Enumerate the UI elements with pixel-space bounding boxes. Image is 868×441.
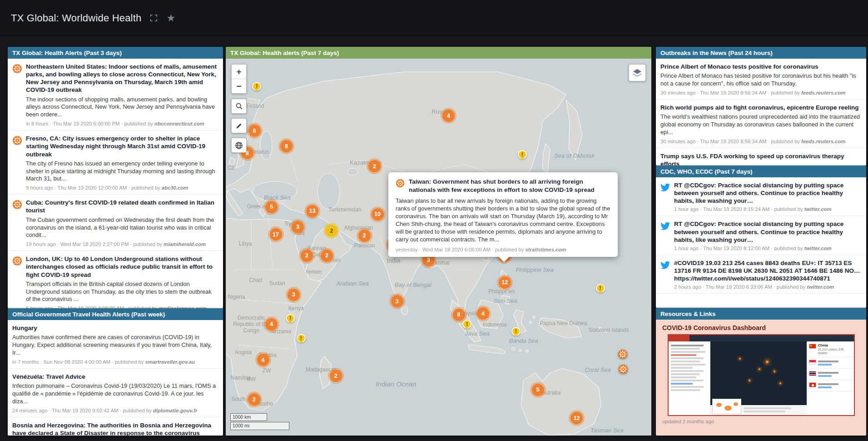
alert-source: twitter.com	[807, 284, 834, 290]
cluster-marker[interactable]: 3	[292, 221, 304, 233]
alert-title: Vénézuéla: Travel Advice	[12, 373, 218, 381]
orgs-tweet-list[interactable]: RT @CDCgov: Practice social distancing b…	[656, 177, 866, 308]
map-layers-button[interactable]	[629, 64, 646, 81]
thumb-country-row	[807, 380, 854, 391]
cluster-marker[interactable]: 2	[301, 250, 313, 262]
tweet-item[interactable]: RT @CDCgov: Practice social distancing b…	[656, 216, 866, 255]
alert-list-item[interactable]: Bosnia and Herzegovina: The authorities …	[8, 417, 223, 436]
panel-orgs: CDC, WHO, ECDC (Past 7 days) RT @CDCgov:…	[656, 165, 866, 308]
cluster-marker[interactable]: 2	[358, 230, 371, 242]
panel-health-alerts-header[interactable]: TX Global: Health Alerts (Past 3 days)	[8, 47, 223, 59]
virus-marker[interactable]	[618, 349, 628, 359]
cluster-marker[interactable]: 10	[372, 208, 384, 220]
alert-meta: in 7 months · Sun Nov 08 2020 4:00:00 AM…	[12, 359, 218, 365]
zoom-out-button[interactable]: −	[232, 79, 246, 93]
cluster-marker[interactable]: 17	[270, 228, 282, 241]
page-title: TX Global: Worldwide Health	[11, 12, 141, 24]
panel-orgs-header[interactable]: CDC, WHO, ECDC (Past 7 days)	[656, 165, 866, 177]
alert-pin-marker[interactable]: !	[297, 334, 306, 343]
popup-meta: yesterday · Wed Mar 18 2020 6:06:00 AM ·…	[396, 247, 610, 252]
virus-icon	[12, 200, 22, 210]
zoom-in-button[interactable]: +	[232, 65, 246, 79]
alert-pin-marker[interactable]: !	[596, 284, 605, 293]
tweet-item[interactable]: #COVID19 19.03 213 254 cases 8843 deaths…	[656, 255, 866, 294]
cluster-marker[interactable]: 4	[442, 110, 455, 122]
alert-pin-marker[interactable]: !	[286, 314, 295, 323]
cluster-marker[interactable]: 3	[288, 289, 300, 301]
alert-body: Prince Albert of Monaco has tested posit…	[660, 72, 861, 88]
alert-pin-marker[interactable]: !	[252, 82, 261, 91]
alert-pin-marker[interactable]: !	[462, 320, 471, 329]
map-popup: Taiwan: Government has shut borders to a…	[388, 172, 618, 257]
scale-mi: 1000 mi	[230, 422, 289, 430]
cluster-marker[interactable]: 4	[265, 318, 278, 331]
alert-list-item[interactable]: Fresno, CA: City issues emergency order …	[8, 130, 223, 195]
panel-travel-alerts: Official Government Travel Health Alerts…	[8, 308, 223, 436]
cluster-marker[interactable]: 2	[330, 370, 342, 382]
alert-title: Trump says U.S. FDA working to speed up …	[660, 152, 861, 165]
alert-list-item[interactable]: Trump says U.S. FDA working to speed up …	[656, 148, 866, 165]
panel-travel-alerts-header[interactable]: Official Government Travel Health Alerts…	[8, 308, 223, 320]
alert-meta: in 8 hours · Thu Mar 19 2020 5:00:00 PM …	[26, 121, 218, 126]
alert-list-item[interactable]: HungaryAuthorities have confirmed there …	[8, 320, 223, 369]
panel-resources-header[interactable]: Resources & Links	[656, 308, 866, 320]
dashboard-link[interactable]: COVID-19 Coronavirus Dashboard	[662, 324, 861, 331]
alert-list-item[interactable]: Cuba: Country's first COVID-19 related d…	[8, 195, 223, 251]
alert-pin-marker[interactable]: !	[518, 150, 527, 159]
alert-list-item[interactable]: Vénézuéla: Travel AdviceInfection pulmon…	[8, 369, 223, 417]
alert-body: Authorities have confirmed there are cas…	[12, 334, 218, 357]
outbreaks-list[interactable]: Prince Albert of Monaco tests positive f…	[656, 59, 866, 165]
health-alerts-list[interactable]: Northeastern United States: Indoor secti…	[8, 59, 223, 308]
cluster-marker[interactable]: 13	[306, 205, 318, 217]
alert-pin-marker[interactable]: !	[511, 327, 521, 336]
cluster-marker[interactable]: 5	[532, 384, 544, 396]
panel-outbreaks-header[interactable]: Outbreaks in the News (Past 24 hours)	[656, 47, 866, 59]
alert-list-item[interactable]: Northeastern United States: Indoor secti…	[8, 59, 223, 130]
map-canvas[interactable]: FinlandRussiaBelarusCZKazakhstanSea of O…	[226, 59, 651, 436]
map-globe-button[interactable]	[231, 138, 247, 153]
panel-map-header[interactable]: TX Global: Health alerts (Past 7 days)	[226, 47, 651, 59]
alert-list-item[interactable]: Prince Albert of Monaco tests positive f…	[656, 59, 866, 100]
alert-meta: 19 hours ago · Wed Mar 18 2020 2:27:00 P…	[26, 241, 218, 247]
dashboard-thumbnail[interactable]: China 31,210 cases, 636 deaths	[668, 334, 855, 416]
map-draw-button[interactable]	[231, 118, 247, 133]
thumb-right-column: China 31,210 cases, 636 deaths	[807, 341, 854, 415]
virus-marker[interactable]	[618, 364, 628, 374]
cluster-marker[interactable]: 4	[477, 307, 489, 320]
tweet-item[interactable]: RT @CDCgov: Practice social distancing b…	[656, 177, 866, 216]
virus-icon	[12, 64, 22, 74]
cluster-marker[interactable]: 2	[325, 225, 337, 237]
alert-list-item[interactable]: Rich world pumps aid to fight coronaviru…	[656, 100, 866, 148]
singapore-flag-icon	[809, 360, 816, 365]
cluster-marker[interactable]: 8	[453, 309, 465, 321]
expand-icon[interactable]	[149, 14, 158, 22]
virus-icon	[12, 256, 22, 266]
alert-source: twitter.com	[804, 246, 832, 251]
cluster-marker[interactable]: 2	[321, 250, 333, 262]
map-search-button[interactable]	[231, 99, 247, 114]
resources-body: COVID-19 Coronavirus Dashboard	[656, 320, 866, 436]
thumb-left-column	[669, 341, 710, 415]
alert-title: Hungary	[12, 324, 218, 332]
cluster-marker[interactable]: 4	[257, 354, 269, 366]
alert-title: #COVID19 19.03 213 254 cases 8843 deaths…	[674, 259, 861, 282]
cluster-marker[interactable]: 5	[265, 201, 278, 213]
popup-title: Taiwan: Government has shut borders to a…	[409, 178, 610, 194]
cluster-marker[interactable]: 2	[248, 393, 260, 406]
favorite-star-icon[interactable]: ★	[166, 13, 175, 23]
panel-health-alerts: TX Global: Health Alerts (Past 3 days) N…	[8, 47, 223, 308]
twitter-icon	[660, 182, 670, 192]
cluster-marker[interactable]: 8	[280, 140, 293, 152]
cluster-marker[interactable]: 12	[570, 412, 583, 424]
pencil-icon	[235, 122, 243, 130]
thumb-map	[710, 341, 807, 405]
cluster-marker[interactable]: 6	[248, 125, 261, 137]
cluster-marker[interactable]: 2	[368, 160, 381, 172]
alert-list-item[interactable]: London, UK: Up to 40 London Underground …	[8, 251, 223, 308]
panel-map: TX Global: Health alerts (Past 7 days)	[226, 47, 651, 436]
alert-title: Bosnia and Herzegovina: The authorities …	[12, 421, 218, 436]
thumb-country-row	[807, 369, 854, 380]
cluster-marker[interactable]: 3	[391, 295, 403, 307]
cluster-marker[interactable]: 12	[499, 276, 511, 289]
travel-alerts-list[interactable]: HungaryAuthorities have confirmed there …	[8, 320, 223, 436]
